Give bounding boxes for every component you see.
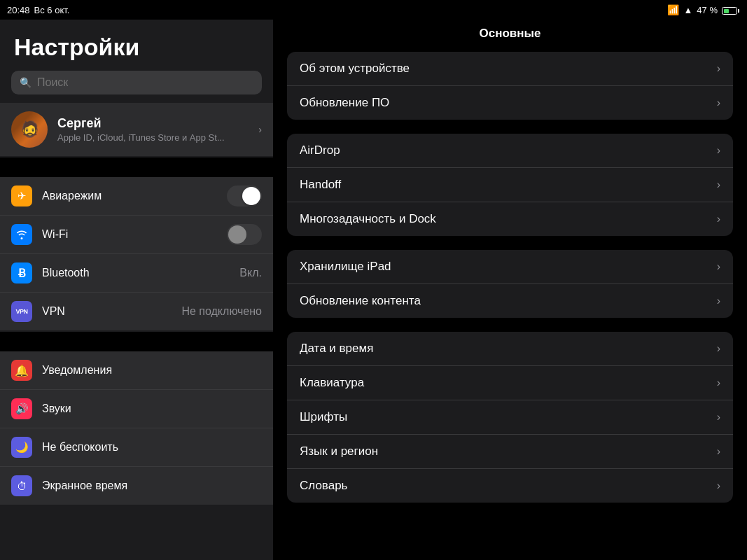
avatar: 🧔: [11, 111, 48, 148]
sidebar-item-wifi[interactable]: Wi-Fi: [0, 216, 273, 254]
settings-row-fonts[interactable]: Шрифты ›: [287, 400, 733, 435]
settings-row-content-update[interactable]: Обновление контента ›: [287, 284, 733, 318]
sidebar-divider: [0, 158, 273, 177]
dictionary-label: Словарь: [300, 479, 717, 493]
settings-row-datetime[interactable]: Дата и время ›: [287, 332, 733, 366]
right-panel-title: Основные: [287, 20, 733, 52]
airplane-toggle[interactable]: [227, 186, 262, 206]
main-layout: Настройки 🔍 🧔 Сергей Apple ID, iCloud, i…: [0, 20, 747, 560]
sidebar-item-bluetooth[interactable]: Ƀ Bluetooth Вкл.: [0, 254, 273, 293]
settings-group-storage: Хранилище iPad › Обновление контента ›: [287, 250, 733, 318]
settings-group-locale: Дата и время › Клавиатура › Шрифты › Язы…: [287, 332, 733, 503]
user-chevron-icon: ›: [258, 124, 262, 135]
status-time: 20:48: [7, 5, 30, 15]
airplane-label: Авиарежим: [42, 190, 217, 202]
sidebar-item-sounds[interactable]: 🔊 Звуки: [0, 390, 273, 428]
settings-row-ipad-storage[interactable]: Хранилище iPad ›: [287, 250, 733, 284]
vpn-icon: VPN: [11, 301, 32, 322]
settings-group-device: Об этом устройстве › Обновление ПО ›: [287, 52, 733, 120]
vpn-value: Не подключено: [181, 305, 262, 318]
settings-row-language[interactable]: Язык и регион ›: [287, 435, 733, 469]
battery-percent: 47 %: [697, 5, 718, 15]
settings-row-about[interactable]: Об этом устройстве ›: [287, 52, 733, 86]
datetime-label: Дата и время: [300, 342, 717, 356]
content-update-label: Обновление контента: [300, 294, 717, 308]
settings-row-handoff[interactable]: Handoff ›: [287, 168, 733, 202]
sidebar-divider-2: [0, 332, 273, 351]
notifications-label: Уведомления: [42, 364, 262, 377]
user-info: Сергей Apple ID, iCloud, iTunes Store и …: [57, 116, 249, 143]
sounds-label: Звуки: [42, 402, 262, 415]
right-panel: Основные Об этом устройстве › Обновление…: [273, 20, 747, 560]
settings-row-dictionary[interactable]: Словарь ›: [287, 469, 733, 503]
sidebar-title: Настройки: [0, 20, 273, 71]
sidebar-item-airplane[interactable]: ✈ Авиарежим: [0, 177, 273, 216]
fonts-label: Шрифты: [300, 410, 717, 424]
update-chevron: ›: [717, 97, 720, 109]
toggle-knob: [242, 187, 260, 205]
settings-row-multitasking[interactable]: Многозадачность и Dock ›: [287, 202, 733, 236]
donotdisturb-icon: 🌙: [11, 437, 32, 458]
donotdisturb-label: Не беспокоить: [42, 441, 262, 454]
handoff-chevron: ›: [717, 178, 720, 191]
settings-row-update[interactable]: Обновление ПО ›: [287, 86, 733, 120]
keyboard-chevron: ›: [717, 377, 720, 389]
settings-group-connectivity: AirDrop › Handoff › Многозадачность и Do…: [287, 134, 733, 236]
content-update-chevron: ›: [717, 295, 720, 307]
language-chevron: ›: [717, 445, 720, 458]
settings-row-airdrop[interactable]: AirDrop ›: [287, 134, 733, 168]
user-subtitle: Apple ID, iCloud, iTunes Store и App St.…: [57, 132, 249, 143]
about-label: Об этом устройстве: [300, 62, 717, 76]
wifi-label: Wi-Fi: [42, 228, 217, 241]
screentime-label: Экранное время: [42, 479, 262, 492]
search-bar[interactable]: 🔍: [11, 71, 262, 94]
bluetooth-value: Вкл.: [239, 267, 262, 279]
multitasking-label: Многозадачность и Dock: [300, 212, 717, 226]
keyboard-label: Клавиатура: [300, 376, 717, 390]
screentime-icon: ⏱: [11, 475, 32, 496]
sidebar-item-screentime[interactable]: ⏱ Экранное время: [0, 467, 273, 505]
vpn-label: VPN: [42, 305, 172, 318]
notifications-icon: 🔔: [11, 360, 32, 381]
status-right: 📶 ▲ 47 %: [667, 4, 737, 15]
handoff-label: Handoff: [300, 178, 717, 192]
sidebar: Настройки 🔍 🧔 Сергей Apple ID, iCloud, i…: [0, 20, 273, 560]
battery-icon: [722, 5, 737, 15]
multitasking-chevron: ›: [717, 213, 720, 225]
dictionary-chevron: ›: [717, 479, 720, 492]
sidebar-section-system: 🔔 Уведомления 🔊 Звуки 🌙 Не беспокоить ⏱ …: [0, 351, 273, 505]
settings-row-keyboard[interactable]: Клавиатура ›: [287, 366, 733, 400]
ipad-storage-chevron: ›: [717, 260, 720, 273]
bluetooth-label: Bluetooth: [42, 267, 230, 279]
sidebar-item-notifications[interactable]: 🔔 Уведомления: [0, 351, 273, 390]
airdrop-chevron: ›: [717, 144, 720, 157]
language-label: Язык и регион: [300, 444, 717, 458]
sidebar-item-vpn[interactable]: VPN VPN Не подключено: [0, 293, 273, 330]
status-day: Вс 6 окт.: [34, 5, 70, 15]
ipad-storage-label: Хранилище iPad: [300, 260, 717, 274]
fonts-chevron: ›: [717, 411, 720, 424]
bluetooth-icon: Ƀ: [11, 262, 32, 284]
wifi-icon: [11, 224, 32, 245]
sidebar-item-donotdisturb[interactable]: 🌙 Не беспокоить: [0, 428, 273, 467]
search-icon: 🔍: [20, 77, 32, 88]
user-profile[interactable]: 🧔 Сергей Apple ID, iCloud, iTunes Store …: [0, 103, 273, 156]
signal-icon: ▲: [683, 5, 692, 15]
user-name: Сергей: [57, 116, 249, 131]
search-input[interactable]: [37, 76, 253, 89]
airdrop-label: AirDrop: [300, 144, 717, 158]
status-left: 20:48 Вс 6 окт.: [7, 5, 69, 15]
airplane-icon: ✈: [11, 186, 32, 206]
sidebar-section-network: ✈ Авиарежим Wi-Fi Ƀ Bluetoo: [0, 177, 273, 330]
update-label: Обновление ПО: [300, 96, 717, 110]
about-chevron: ›: [717, 62, 720, 75]
wifi-toggle[interactable]: [227, 224, 262, 245]
sounds-icon: 🔊: [11, 398, 32, 419]
datetime-chevron: ›: [717, 342, 720, 355]
status-bar: 20:48 Вс 6 окт. 📶 ▲ 47 %: [0, 0, 747, 20]
wifi-status-icon: 📶: [667, 4, 679, 15]
